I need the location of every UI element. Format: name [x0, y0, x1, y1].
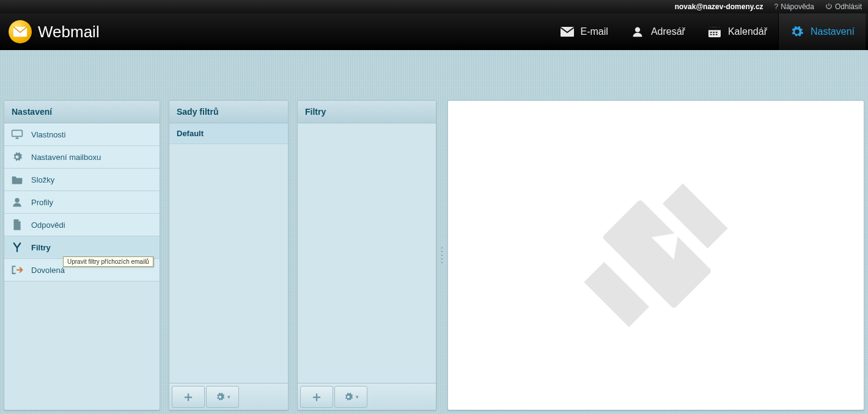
calendar-icon: [707, 26, 722, 38]
gear-icon: [10, 151, 24, 163]
filter-sets-title: Sady filtrů: [169, 101, 288, 123]
chevron-down-icon: ▾: [227, 394, 230, 400]
person-icon: [10, 196, 24, 208]
user-email: novak@nazev-domeny.cz: [675, 2, 763, 11]
svg-point-1: [635, 27, 640, 32]
svg-rect-3: [708, 27, 721, 31]
main-nav: Webmail E-mail Adresář Kalendář Nastaven…: [0, 13, 868, 50]
nav-tab-email[interactable]: E-mail: [549, 13, 619, 50]
settings-panel: Nastavení Vlastnosti Nastavení mailboxu …: [4, 100, 160, 410]
nav-tab-label: Nastavení: [811, 26, 855, 37]
nav-tab-label: Adresář: [651, 26, 685, 37]
svg-rect-7: [713, 32, 715, 33]
app-logo: Webmail: [9, 20, 100, 43]
filter-actions-button[interactable]: ▾: [334, 386, 367, 408]
settings-item-profiles[interactable]: Profily: [4, 191, 160, 214]
settings-item-label: Profily: [31, 198, 53, 207]
settings-item-filters[interactable]: Filtry: [4, 236, 160, 259]
brand-watermark-icon: [576, 176, 735, 335]
add-filter-button[interactable]: ＋: [300, 386, 333, 408]
nav-tab-calendar[interactable]: Kalendář: [696, 13, 778, 50]
filter-icon: [10, 241, 24, 253]
gear-icon: ▾: [343, 391, 359, 402]
app-title: Webmail: [38, 23, 100, 42]
filter-set-row[interactable]: Default: [169, 123, 288, 144]
chevron-down-icon: ▾: [356, 394, 359, 400]
nav-tab-settings[interactable]: Nastavení: [778, 13, 866, 50]
svg-rect-12: [12, 130, 23, 136]
settings-list: Vlastnosti Nastavení mailboxu Složky Pro…: [4, 123, 160, 410]
nav-tab-contacts[interactable]: Adresář: [619, 13, 696, 50]
add-filter-set-button[interactable]: ＋: [172, 386, 205, 408]
filter-set-actions-button[interactable]: ▾: [206, 386, 239, 408]
plus-icon: ＋: [310, 388, 323, 406]
utility-bar: novak@nazev-domeny.cz ? Nápověda Odhlási…: [0, 0, 868, 13]
settings-item-label: Filtry: [31, 243, 51, 252]
filters-list: [298, 123, 436, 383]
settings-item-label: Odpovědi: [31, 220, 65, 230]
help-link[interactable]: ? Nápověda: [774, 2, 814, 11]
logout-label: Odhlásit: [835, 2, 862, 11]
panel-splitter[interactable]: [440, 246, 444, 264]
svg-rect-6: [710, 32, 712, 33]
svg-rect-11: [716, 34, 718, 35]
filter-set-label: Default: [177, 129, 204, 138]
power-icon: [825, 2, 833, 12]
folder-icon: [10, 173, 24, 186]
svg-rect-10: [713, 34, 715, 35]
filters-title: Filtry: [298, 101, 436, 123]
person-icon: [630, 26, 645, 38]
filters-toolbar: ＋ ▾: [298, 383, 436, 410]
svg-point-13: [15, 198, 20, 203]
settings-item-label: Nastavení mailboxu: [31, 153, 101, 162]
nav-tab-label: Kalendář: [728, 26, 767, 37]
logout-link[interactable]: Odhlásit: [825, 2, 862, 12]
settings-item-folders[interactable]: Složky: [4, 169, 160, 191]
envelope-badge-icon: [9, 20, 32, 43]
filters-tooltip: Upravit filtry příchozích emailů: [63, 256, 153, 267]
help-icon: ?: [774, 2, 779, 11]
filters-panel: Filtry ＋ ▾: [297, 100, 436, 410]
settings-item-mailbox[interactable]: Nastavení mailboxu: [4, 146, 160, 169]
arrow-out-icon: [10, 264, 24, 276]
document-icon: [10, 219, 24, 231]
svg-rect-9: [710, 34, 712, 35]
settings-item-label: Vlastnosti: [31, 130, 65, 139]
filter-sets-panel: Sady filtrů Default ＋ ▾: [169, 100, 289, 410]
filter-sets-list: Default: [169, 123, 288, 383]
workspace: Nastavení Vlastnosti Nastavení mailboxu …: [4, 100, 864, 410]
settings-panel-title: Nastavení: [4, 101, 160, 123]
svg-rect-4: [711, 26, 712, 29]
envelope-icon: [560, 26, 575, 38]
filter-sets-toolbar: ＋ ▾: [169, 383, 288, 410]
monitor-icon: [10, 128, 24, 140]
svg-rect-8: [716, 32, 718, 33]
settings-item-label: Složky: [31, 175, 54, 184]
nav-tabs: E-mail Adresář Kalendář Nastavení: [549, 13, 866, 50]
svg-rect-5: [717, 26, 718, 29]
settings-item-preferences[interactable]: Vlastnosti: [4, 123, 160, 146]
settings-item-vacation[interactable]: Dovolená Upravit filtry příchozích email…: [4, 259, 160, 281]
settings-item-responses[interactable]: Odpovědi: [4, 214, 160, 236]
gear-icon: ▾: [215, 391, 230, 402]
plus-icon: ＋: [182, 388, 195, 406]
help-label: Nápověda: [781, 2, 814, 11]
preview-panel: [447, 100, 864, 410]
gear-icon: [790, 26, 804, 38]
nav-tab-label: E-mail: [581, 26, 608, 37]
settings-item-label: Dovolená: [31, 266, 65, 275]
